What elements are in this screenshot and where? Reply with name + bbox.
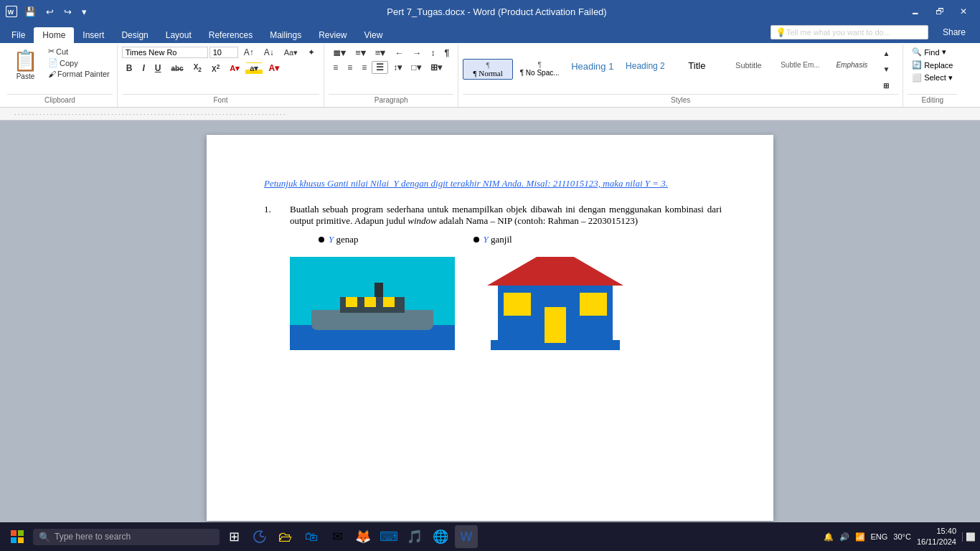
tab-design[interactable]: Design (113, 27, 156, 43)
house-window-left (504, 293, 531, 316)
show-marks-button[interactable]: ¶ (440, 47, 453, 60)
undo-button[interactable]: ↩ (43, 5, 57, 19)
style-emphasis[interactable]: Emphasis (826, 59, 877, 80)
house-door (545, 307, 566, 343)
tell-me-input[interactable]: 💡 Tell me what you want to do... (771, 25, 928, 39)
shrink-font-button[interactable]: A↓ (260, 46, 278, 59)
ship-chimney (374, 283, 383, 297)
taskbar-edge[interactable] (248, 525, 271, 548)
tab-layout[interactable]: Layout (157, 27, 200, 43)
bold-button[interactable]: B (122, 62, 137, 75)
tab-file[interactable]: File (3, 27, 34, 43)
tab-references[interactable]: References (200, 27, 261, 43)
taskbar-spotify[interactable]: 🎵 (403, 525, 426, 548)
save-button[interactable]: 💾 (22, 5, 39, 19)
styles-down-button[interactable]: ▼ (878, 64, 894, 75)
restore-button[interactable]: 🗗 (928, 4, 951, 19)
taskbar-word[interactable]: W (455, 525, 478, 548)
tab-mailings[interactable]: Mailings (261, 27, 310, 43)
style-subtitle[interactable]: Subtitle (723, 59, 773, 80)
customize-qat-button[interactable]: ▾ (79, 5, 90, 19)
borders-button[interactable]: ⊞▾ (426, 61, 446, 74)
bullet-col-genap: Y genap (319, 234, 359, 245)
document-scroll[interactable]: Petunjuk khusus Ganti nilai Nilai_Y deng… (0, 121, 980, 535)
align-left-button[interactable]: ≡ (329, 61, 342, 74)
style-nospacing[interactable]: ¶ ¶ No Spac... (514, 59, 565, 80)
align-center-button[interactable]: ≡ (343, 61, 357, 74)
style-normal[interactable]: ¶ ¶ Normal (463, 59, 513, 80)
paragraph-group: ≣▾ ≡▾ ≡▾ ← → ↕ ¶ ≡ ≡ ≡ ☰ ↕▾ □▾ ⊞▾ (324, 44, 458, 107)
y-ganjil-label: Y ganjil (484, 234, 512, 245)
shading-button[interactable]: □▾ (407, 61, 425, 74)
tab-review[interactable]: Review (310, 27, 355, 43)
svg-rect-2 (11, 530, 17, 536)
line-spacing-button[interactable]: ↕▾ (389, 61, 406, 74)
close-button[interactable]: ✕ (953, 4, 974, 19)
paste-icon: 📋 (13, 49, 38, 72)
styles-more-button[interactable]: ⊞ (878, 80, 894, 91)
sort-button[interactable]: ↕ (426, 47, 439, 60)
share-button[interactable]: Share (934, 24, 974, 40)
bullet-dot-genap (319, 237, 324, 242)
taskbar-notifications[interactable]: 🔔 (824, 532, 834, 542)
align-right-button[interactable]: ≡ (357, 61, 371, 74)
tab-insert[interactable]: Insert (74, 27, 113, 43)
clipboard-label: Clipboard (7, 94, 113, 104)
font-color-button[interactable]: A▾ (264, 62, 283, 75)
minimize-button[interactable]: 🗕 (904, 4, 927, 19)
taskbar-mail[interactable]: ✉ (326, 525, 349, 548)
font-size-input[interactable] (209, 47, 238, 58)
taskbar-chrome[interactable]: 🌐 (429, 525, 452, 548)
taskbar-network[interactable]: 📶 (855, 532, 865, 542)
images-row (290, 257, 722, 350)
start-button[interactable] (4, 524, 30, 550)
decrease-indent-button[interactable]: ← (390, 47, 407, 60)
increase-indent-button[interactable]: → (408, 47, 425, 60)
find-button[interactable]: 🔍 Find ▾ (908, 46, 950, 58)
highlight-color-button[interactable]: a▾ (245, 62, 263, 75)
ribbon-tabs: File Home Insert Design Layout Reference… (0, 23, 980, 43)
justify-button[interactable]: ☰ (372, 61, 388, 74)
style-title[interactable]: Title (672, 59, 722, 80)
italic-button[interactable]: I (138, 62, 149, 75)
window-controls: 🗕 🗗 ✕ (904, 4, 974, 19)
taskbar-store[interactable]: 🛍 (300, 525, 323, 548)
paste-button[interactable]: 📋 Paste (7, 46, 44, 83)
taskbar-volume[interactable]: 🔊 (839, 532, 849, 542)
tab-home[interactable]: Home (34, 27, 74, 43)
taskbar-taskview[interactable]: ⊞ (222, 525, 245, 548)
redo-button[interactable]: ↪ (61, 5, 75, 19)
svg-text:W: W (8, 9, 14, 16)
style-heading2[interactable]: Heading 2 (620, 59, 670, 80)
clear-formatting-button[interactable]: ✦ (303, 46, 319, 59)
replace-button[interactable]: 🔄 Replace (908, 59, 957, 71)
cut-button[interactable]: ✂ Cut (45, 46, 113, 57)
taskbar-explorer[interactable]: 🗁 (274, 525, 297, 548)
subscript-button[interactable]: X2 (189, 62, 206, 75)
word-icon: W (6, 6, 17, 17)
tab-view[interactable]: View (356, 27, 392, 43)
select-button[interactable]: ⬜ Select ▾ (908, 72, 957, 84)
list-content: Buatlah sebuah program sederhana untuk m… (290, 204, 722, 350)
format-painter-button[interactable]: 🖌 Format Painter (45, 69, 113, 79)
multilevel-button[interactable]: ≡▾ (371, 46, 390, 60)
search-box[interactable]: 🔍 Type here to search (33, 529, 220, 545)
superscript-button[interactable]: X2 (207, 62, 224, 75)
taskbar-show-desktop[interactable]: ⬜ (962, 532, 976, 542)
strikethrough-button[interactable]: abc (166, 63, 187, 74)
grow-font-button[interactable]: A↑ (240, 46, 258, 59)
bullets-button[interactable]: ≣▾ (329, 46, 350, 60)
copy-button[interactable]: 📄 Copy (45, 57, 113, 68)
font-name-input[interactable] (122, 47, 208, 58)
taskbar-firefox[interactable]: 🦊 (352, 525, 374, 548)
text-color-button[interactable]: A▾ (225, 62, 244, 75)
style-heading1[interactable]: Heading 1 (566, 59, 618, 80)
change-case-button[interactable]: Aa▾ (280, 47, 302, 59)
numbering-button[interactable]: ≡▾ (351, 46, 370, 60)
taskbar-vscode[interactable]: ⌨ (377, 525, 400, 548)
underline-button[interactable]: U (151, 62, 166, 75)
taskbar-clock: 15:40 16/11/2024 (917, 526, 956, 548)
search-icon: 🔍 (39, 532, 50, 542)
styles-up-button[interactable]: ▲ (878, 48, 894, 59)
style-subtle-emphasis[interactable]: Subtle Em... (775, 59, 825, 80)
